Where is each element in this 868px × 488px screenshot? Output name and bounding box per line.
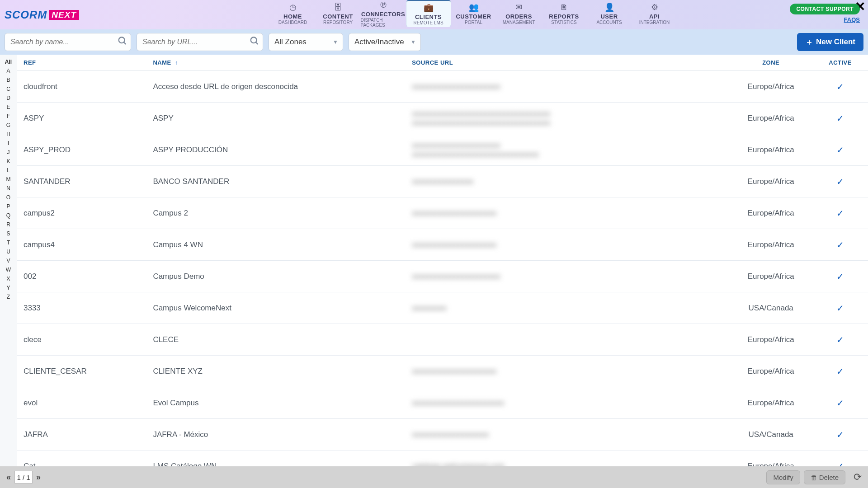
- table-row[interactable]: campus4 Campus 4 WN xxxxxxxxxxxxxxxxxxxx…: [17, 229, 868, 261]
- table-row[interactable]: 002 Campus Demo xxxxxxxxxxxxxxxxxxxxxxx …: [17, 261, 868, 292]
- table-row[interactable]: SANTANDER BANCO SANTANDER xxxxxxxxxxxxxx…: [17, 166, 868, 197]
- brand-next: NEXT: [49, 10, 79, 20]
- alpha-e[interactable]: E: [6, 103, 10, 112]
- alpha-o[interactable]: O: [6, 193, 10, 202]
- alpha-g[interactable]: G: [6, 121, 10, 130]
- cell-url: xxxxxxxxxxxxxxxxxxxxxx: [406, 229, 729, 261]
- cell-active: ✓: [812, 134, 868, 166]
- alpha-l[interactable]: L: [7, 166, 10, 175]
- cell-ref: cloudfront: [17, 71, 146, 103]
- nav-home[interactable]: ◷ HOME DASHBOARD: [270, 0, 316, 27]
- alpha-f[interactable]: F: [7, 112, 10, 121]
- col-url[interactable]: SOURCE URL: [406, 55, 729, 71]
- new-client-label: New Client: [816, 38, 855, 47]
- alpha-s[interactable]: S: [6, 229, 10, 238]
- refresh-icon[interactable]: ⟳: [854, 471, 862, 483]
- col-zone[interactable]: ZONE: [729, 55, 812, 71]
- cell-name: CLIENTE XYZ: [146, 356, 406, 387]
- cell-active: ✓: [812, 356, 868, 387]
- zone-dropdown[interactable]: All Zones ▼: [269, 33, 343, 51]
- status-dropdown[interactable]: Active/Inactive ▼: [349, 33, 421, 51]
- alpha-n[interactable]: N: [6, 184, 10, 193]
- search-icon[interactable]: [118, 36, 127, 48]
- table-row[interactable]: clece CLECE Europe/Africa ✓: [17, 324, 868, 356]
- table-row[interactable]: campus2 Campus 2 xxxxxxxxxxxxxxxxxxxxxx …: [17, 197, 868, 229]
- modify-button[interactable]: Modify: [766, 470, 800, 484]
- col-ref[interactable]: REF: [17, 55, 146, 71]
- new-client-button[interactable]: ＋ New Client: [797, 33, 863, 51]
- alpha-p[interactable]: P: [6, 202, 10, 211]
- cell-name: JAFRA - México: [146, 419, 406, 450]
- nav-sub: DISPATCH PACKAGES: [361, 18, 406, 28]
- alpha-t[interactable]: T: [7, 238, 10, 247]
- cell-zone: Europe/Africa: [729, 324, 812, 356]
- cell-zone: Europe/Africa: [729, 450, 812, 467]
- alpha-z[interactable]: Z: [7, 292, 10, 301]
- search-url-input[interactable]: [137, 33, 263, 51]
- table-row[interactable]: CLIENTE_CESAR CLIENTE XYZ xxxxxxxxxxxxxx…: [17, 356, 868, 387]
- alpha-all[interactable]: All: [5, 57, 12, 66]
- col-name[interactable]: NAME ↑: [146, 55, 406, 71]
- nav-clients[interactable]: 💼 CLIENTS REMOTE LMS: [406, 0, 451, 27]
- alpha-i[interactable]: I: [8, 139, 9, 148]
- table-row[interactable]: ASPY ASPY xxxxxxxxxxxxxxxxxxxxxxxxxxxxxx…: [17, 103, 868, 134]
- url-blurred: xxxxxxxxx: [412, 304, 723, 313]
- alpha-y[interactable]: Y: [6, 283, 10, 292]
- alpha-q[interactable]: Q: [6, 211, 10, 220]
- search-icon[interactable]: [250, 36, 259, 48]
- nav-customer[interactable]: 👥 CUSTOMER PORTAL: [451, 0, 496, 27]
- delete-button[interactable]: 🗑 Delete: [804, 470, 845, 484]
- cell-active: ✓: [812, 71, 868, 103]
- nav-content[interactable]: 🗄 CONTENT REPOSITORY: [316, 0, 361, 27]
- plus-icon: ＋: [805, 37, 813, 47]
- cell-url: xxxxxxxxxxxxxxxxxxxxxxx: [406, 261, 729, 292]
- nav-api[interactable]: ⚙ API INTEGRATION: [632, 0, 677, 27]
- table-row[interactable]: cloudfront Acceso desde URL de origen de…: [17, 71, 868, 103]
- alpha-c[interactable]: C: [6, 84, 10, 94]
- table-row[interactable]: Cat LMS Catálogo WN catalogo.welcomenext…: [17, 450, 868, 467]
- home-icon: ◷: [289, 2, 297, 12]
- search-name-input[interactable]: [5, 33, 131, 51]
- clients-table-wrap[interactable]: REF NAME ↑ SOURCE URL ZONE ACTIVE cloudf…: [17, 55, 868, 466]
- contact-support-button[interactable]: CONTACT SUPPORT: [790, 4, 860, 14]
- nav-user[interactable]: 👤 USER ACCOUNTS: [587, 0, 632, 27]
- alpha-h[interactable]: H: [6, 130, 10, 139]
- table-row[interactable]: ASPY_PROD ASPY PRODUCCIÓN xxxxxxxxxxxxxx…: [17, 134, 868, 166]
- alpha-j[interactable]: J: [7, 148, 10, 157]
- status-selected: Active/Inactive: [354, 38, 404, 47]
- alpha-r[interactable]: R: [6, 220, 10, 229]
- cell-ref: campus2: [17, 197, 146, 229]
- chevron-down-icon: ▼: [410, 39, 416, 45]
- table-row[interactable]: JAFRA JAFRA - México xxxxxxxxxxxxxxxxxxx…: [17, 419, 868, 450]
- alpha-k[interactable]: K: [6, 157, 10, 166]
- alpha-w[interactable]: W: [6, 265, 11, 274]
- alpha-d[interactable]: D: [6, 94, 10, 103]
- nav-connectors[interactable]: ℗ CONNECTORS DISPATCH PACKAGES: [361, 0, 406, 27]
- page-first-icon[interactable]: «: [6, 473, 11, 482]
- alpha-v[interactable]: V: [6, 256, 10, 265]
- faqs-link[interactable]: FAQS: [844, 16, 860, 23]
- url-blurred: xxxxxxxxxxxxxxxxxxxxxxx: [412, 272, 723, 281]
- nav-reports[interactable]: 🗎 REPORTS STATISTICS: [542, 0, 587, 27]
- table-row[interactable]: 3333 Campus WelcomeNext xxxxxxxxx USA/Ca…: [17, 292, 868, 324]
- nav-orders[interactable]: ✉ ORDERS MANAGEMENT: [496, 0, 542, 27]
- table-row[interactable]: evol Evol Campus xxxxxxxxxxxxxxxxxxxxxxx…: [17, 387, 868, 419]
- url-blurred: catalogo.welcomenext.com: [412, 462, 723, 467]
- nav-label: CONNECTORS: [361, 11, 405, 18]
- page-last-icon[interactable]: »: [36, 473, 41, 482]
- cell-active: ✓: [812, 387, 868, 419]
- cell-zone: Europe/Africa: [729, 166, 812, 197]
- alpha-a[interactable]: A: [6, 66, 10, 75]
- alpha-u[interactable]: U: [6, 247, 10, 256]
- svg-point-0: [119, 37, 125, 43]
- cell-ref: evol: [17, 387, 146, 419]
- col-active[interactable]: ACTIVE: [812, 55, 868, 71]
- alpha-b[interactable]: B: [6, 75, 10, 84]
- cell-name: Campus 2: [146, 197, 406, 229]
- alpha-m[interactable]: M: [6, 175, 11, 184]
- check-icon: ✓: [836, 240, 844, 250]
- cell-active: ✓: [812, 261, 868, 292]
- url-blurred: xxxxxxxxxxxxxxxxxxxxxx: [412, 367, 723, 376]
- alpha-x[interactable]: X: [6, 274, 10, 283]
- nav-sub: ACCOUNTS: [596, 20, 622, 25]
